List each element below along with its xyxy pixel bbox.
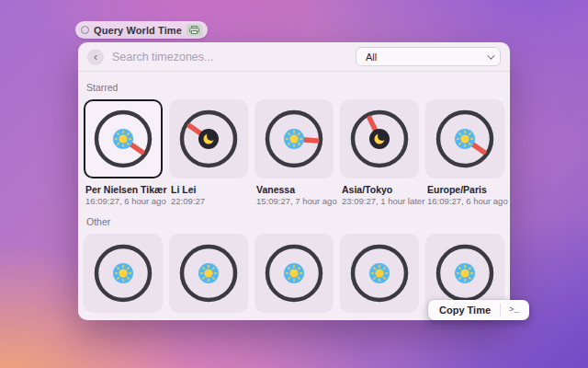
clock-face-day xyxy=(91,107,155,171)
clock-face-day xyxy=(176,241,241,305)
app-window: ‹ All Starred Per Nielsen Tikær 16:09:27… xyxy=(78,42,510,320)
clock-grid: Per Nielsen Tikær 16:09:27, 6 hour ago L… xyxy=(84,99,504,206)
clock-name: Li Lei xyxy=(171,184,247,195)
copy-time-tooltip: Copy Time >_ xyxy=(428,300,529,320)
window-title-chip[interactable]: Query World Time xyxy=(75,21,208,39)
chevron-down-icon xyxy=(487,52,494,59)
window-header: ‹ All xyxy=(78,42,510,72)
back-button[interactable]: ‹ xyxy=(87,49,104,65)
clock-name: Per Nielsen Tikær xyxy=(85,184,162,195)
copy-time-button[interactable]: Copy Time xyxy=(430,305,500,316)
clock-time: 16:09:27, 6 hour ago xyxy=(427,196,503,206)
clock-tile[interactable] xyxy=(254,234,334,313)
search-input[interactable] xyxy=(112,51,356,63)
clock-card: Africa/Bissau xyxy=(340,234,419,320)
clock-name: Vanessa xyxy=(256,184,333,195)
clock-card: Europe/Paris 16:09:27, 6 hour ago xyxy=(425,99,504,206)
clock-tile[interactable] xyxy=(84,99,163,178)
clock-time: 22:09:27 xyxy=(171,196,247,206)
clock-name: Africa/Bissau xyxy=(342,318,418,320)
clock-time: 16:09:27, 6 hour ago xyxy=(85,196,162,206)
filter-value: All xyxy=(366,52,377,63)
clock-section: Starred Per Nielsen Tikær 16:09:27, 6 ho… xyxy=(84,82,504,206)
clock-tile[interactable] xyxy=(169,234,248,313)
section-label: Starred xyxy=(86,82,502,93)
clock-name: Asia/Tokyo xyxy=(342,184,418,195)
record-icon xyxy=(81,26,89,34)
clock-time: 23:09:27, 1 hour later xyxy=(342,196,418,206)
clock-name: Africa/Algiers xyxy=(256,318,333,320)
clock-face-day xyxy=(347,241,412,305)
clock-card: Li Lei 22:09:27 xyxy=(169,99,248,206)
clock-card: Africa/Accra xyxy=(169,234,248,320)
section-label: Other xyxy=(86,216,502,227)
clock-face-day xyxy=(262,241,326,305)
clock-name: Africa/Accra xyxy=(171,318,247,320)
clock-tile[interactable] xyxy=(425,99,504,178)
clock-card: Per Nielsen Tikær 16:09:27, 6 hour ago xyxy=(84,99,163,206)
clock-tile[interactable] xyxy=(254,99,334,178)
clock-tile[interactable] xyxy=(84,234,163,313)
window-title: Query World Time xyxy=(94,25,182,36)
clock-card: Asia/Tokyo 23:09:27, 1 hour later xyxy=(340,99,419,206)
clock-face-night xyxy=(347,107,412,171)
clock-tile[interactable] xyxy=(169,99,248,178)
clock-card: Africa/Algiers xyxy=(254,234,334,320)
clock-name: Africa/Abidjan xyxy=(85,318,162,320)
clock-tile[interactable] xyxy=(340,99,419,178)
clock-face-day xyxy=(433,241,497,305)
clock-sections: Starred Per Nielsen Tikær 16:09:27, 6 ho… xyxy=(78,82,510,320)
chevron-left-icon: ‹ xyxy=(94,50,97,64)
clock-face-day xyxy=(262,107,326,171)
filter-dropdown[interactable]: All xyxy=(356,47,501,66)
clock-time: 15:09:27, 7 hour ago xyxy=(256,196,333,206)
clock-face-day xyxy=(433,107,497,171)
printer-icon[interactable] xyxy=(187,24,202,36)
shortcut-key-badge: >_ xyxy=(501,305,527,315)
clock-card: Vanessa 15:09:27, 7 hour ago xyxy=(254,99,334,206)
clock-name: Europe/Paris xyxy=(427,184,503,195)
clock-tile[interactable] xyxy=(340,234,419,313)
clock-card: Africa/Abidjan xyxy=(84,234,163,320)
clock-face-day xyxy=(91,241,155,305)
clock-face-night xyxy=(176,107,241,171)
